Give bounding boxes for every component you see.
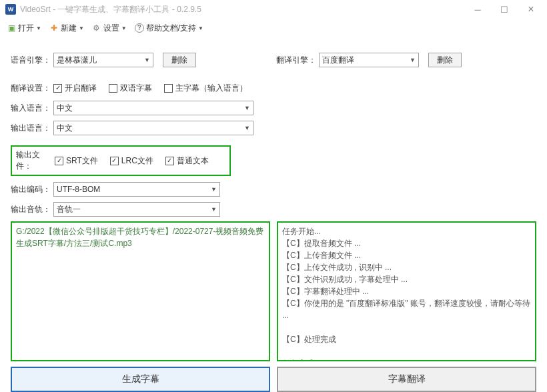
speech-engine-value: 是林慕潇儿 [57, 55, 97, 66]
chevron-down-icon: ▼ [144, 57, 150, 63]
chevron-down-icon: ▼ [211, 206, 217, 213]
generate-subtitle-button[interactable]: 生成字幕 [11, 367, 270, 392]
app-icon: W [5, 4, 16, 15]
encoding-label: 输出编码： [11, 184, 53, 195]
trans-engine-label: 翻译引擎： [276, 55, 319, 66]
output-lang-value: 中文 [57, 123, 73, 134]
checkbox-icon [53, 84, 62, 93]
track-select[interactable]: 音轨一 ▼ [53, 202, 220, 217]
trans-engine-select[interactable]: 百度翻译 ▼ [319, 53, 419, 67]
checkbox-icon [110, 157, 119, 165]
content-area: 语音引擎： 是林慕潇儿 ▼ 删除 翻译引擎： 百度翻译 ▼ 删除 翻译设置： 开… [0, 37, 547, 392]
bilingual-checkbox[interactable]: 双语字幕 [109, 83, 152, 94]
toolbar: ▣ 打开 ▼ ✚ 新建 ▼ ⚙ 设置 ▼ ? 帮助文档/支持 ▼ [0, 19, 547, 37]
track-label: 输出音轨： [11, 204, 53, 215]
chevron-down-icon: ▼ [79, 25, 84, 31]
open-menu[interactable]: ▣ 打开 ▼ [4, 21, 44, 35]
input-lang-value: 中文 [57, 103, 73, 114]
checkbox-icon [55, 157, 63, 165]
action-buttons: 生成字幕 字幕翻译 [11, 367, 536, 392]
help-menu[interactable]: ? 帮助文档/支持 ▼ [132, 21, 206, 35]
lrc-checkbox[interactable]: LRC文件 [110, 155, 153, 167]
srt-checkbox[interactable]: SRT文件 [55, 155, 98, 167]
log-line [282, 321, 531, 333]
chevron-down-icon: ▼ [211, 186, 217, 193]
translate-settings-row: 翻译设置： 开启翻译 双语字幕 主字幕（输入语言） [11, 80, 536, 96]
input-lang-row: 输入语言： 中文 ▼ [11, 100, 536, 116]
output-file-row: 输出文件： SRT文件 LRC文件 普通文本 [11, 145, 231, 176]
output-file-label: 输出文件： [16, 149, 55, 172]
log-line [282, 345, 531, 357]
encoding-row: 输出编码： UTF-8-BOM ▼ [11, 181, 536, 197]
log-line: 【C】提取音频文件 ... [282, 237, 531, 249]
close-button[interactable]: × [518, 0, 544, 19]
log-pane[interactable]: 任务开始...【C】提取音频文件 ...【C】上传音频文件 ...【C】上传文件… [277, 221, 536, 361]
chevron-down-icon: ▼ [121, 25, 127, 31]
log-line: 【C】上传文件成功 , 识别中 ... [282, 261, 531, 273]
translate-subtitle-button[interactable]: 字幕翻译 [277, 367, 536, 392]
new-icon: ✚ [49, 23, 59, 33]
gear-icon: ⚙ [92, 23, 101, 33]
speech-engine-select[interactable]: 是林慕潇儿 ▼ [53, 53, 153, 67]
folder-icon: ▣ [7, 23, 16, 33]
chevron-down-icon: ▼ [244, 105, 250, 111]
log-line: 【C】文件识别成功 , 字幕处理中 ... [282, 273, 531, 285]
maximize-button[interactable]: ☐ [491, 0, 518, 19]
log-line: 任务开始... [282, 225, 531, 237]
panes: G:/2022【微信公众号排版超干货技巧专栏】/2022-0727-视频音频免费… [11, 221, 536, 361]
checkbox-icon [165, 157, 174, 165]
new-menu[interactable]: ✚ 新建 ▼ [47, 21, 87, 35]
track-value: 音轨一 [57, 204, 81, 215]
output-lang-label: 输出语言： [11, 123, 53, 134]
new-label: 新建 [61, 23, 77, 34]
engine-row: 语音引擎： 是林慕潇儿 ▼ 删除 翻译引擎： 百度翻译 ▼ 删除 [11, 52, 536, 68]
encoding-select[interactable]: UTF-8-BOM ▼ [53, 182, 220, 197]
log-line: 【C】上传音频文件 ... [282, 249, 531, 261]
output-lang-row: 输出语言： 中文 ▼ [11, 120, 536, 136]
encoding-value: UTF-8-BOM [57, 185, 100, 194]
log-line: 【C】字幕翻译处理中 ... [282, 285, 531, 297]
checkbox-icon [109, 84, 117, 93]
window-title: VideoSrt - 一键字幕生成、字幕翻译小工具 - 0.2.9.5 [20, 4, 464, 15]
settings-menu[interactable]: ⚙ 设置 ▼ [89, 21, 129, 35]
minimize-button[interactable]: ─ [464, 0, 491, 19]
settings-label: 设置 [103, 23, 119, 34]
chevron-down-icon: ▼ [36, 25, 41, 31]
output-lang-select[interactable]: 中文 ▼ [53, 121, 253, 135]
chevron-down-icon: ▼ [244, 125, 250, 131]
input-lang-label: 输入语言： [11, 103, 53, 114]
enable-translate-checkbox[interactable]: 开启翻译 [53, 83, 97, 94]
help-label: 帮助文档/支持 [146, 23, 196, 34]
help-icon: ? [135, 23, 144, 33]
translate-settings-label: 翻译设置： [11, 83, 53, 94]
chevron-down-icon: ▼ [410, 57, 416, 63]
checkbox-icon [164, 84, 173, 93]
log-line: 【C】处理完成 [282, 333, 531, 345]
titlebar: W VideoSrt - 一键字幕生成、字幕翻译小工具 - 0.2.9.5 ─ … [0, 0, 547, 19]
delete-trans-engine-button[interactable]: 删除 [428, 53, 462, 67]
open-label: 打开 [18, 23, 34, 34]
input-file-path: G:/2022【微信公众号排版超干货技巧专栏】/2022-0727-视频音频免费… [16, 225, 265, 249]
input-lang-select[interactable]: 中文 ▼ [53, 101, 253, 115]
plain-checkbox[interactable]: 普通文本 [165, 155, 209, 167]
main-subtitle-checkbox[interactable]: 主字幕（输入语言） [164, 83, 247, 94]
input-file-pane[interactable]: G:/2022【微信公众号排版超干货技巧专栏】/2022-0727-视频音频免费… [11, 221, 270, 361]
speech-engine-label: 语音引擎： [11, 55, 53, 66]
log-line: 【C】你使用的是 "百度翻译标准版" 账号，翻译速度较慢，请耐心等待 ... [282, 297, 531, 321]
log-line: 任务完成! [282, 357, 531, 361]
chevron-down-icon: ▼ [198, 25, 203, 31]
track-row: 输出音轨： 音轨一 ▼ [11, 201, 536, 217]
trans-engine-value: 百度翻译 [322, 55, 354, 66]
delete-speech-engine-button[interactable]: 删除 [163, 53, 196, 67]
